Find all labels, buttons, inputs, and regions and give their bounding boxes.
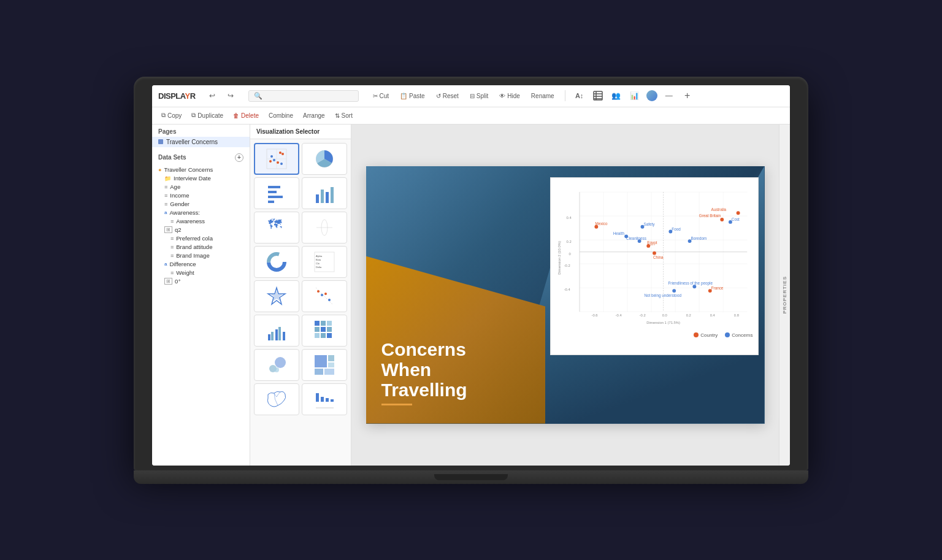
circle-icon-button[interactable] xyxy=(646,90,657,101)
svg-text:-0.4: -0.4 xyxy=(564,288,570,291)
viz-item-star[interactable] xyxy=(254,280,299,312)
dataset-awareness-label: a Awareness: xyxy=(156,209,246,217)
dataset-q2[interactable]: ⊞ q2 xyxy=(156,226,246,234)
sort-button[interactable]: ⇅ Sort xyxy=(332,111,356,120)
svg-point-14 xyxy=(269,160,272,163)
svg-text:0: 0 xyxy=(569,251,571,255)
sort-icon: ⇅ xyxy=(335,112,340,119)
search-bar[interactable]: 🔍 xyxy=(248,90,359,102)
dataset-special[interactable]: ⊞ 0⁺ xyxy=(156,277,246,286)
svg-point-125 xyxy=(672,289,676,293)
duplicate-button[interactable]: ⧉ Duplicate xyxy=(188,110,226,120)
page-traveller-concerns[interactable]: Traveller Concerns xyxy=(152,137,250,147)
grid-icon: ⊞ xyxy=(164,226,172,233)
undo-button[interactable]: ↩ xyxy=(205,89,219,102)
svg-text:Chi: Chi xyxy=(316,262,320,265)
laptop-base xyxy=(134,470,808,484)
dataset-awareness[interactable]: ≡ Awareness xyxy=(156,217,246,226)
viz-item-scatter[interactable] xyxy=(254,143,299,175)
dataset-brand-attitude[interactable]: ≡ Brand attitude xyxy=(156,243,246,251)
svg-text:Not being understood: Not being understood xyxy=(644,293,681,297)
reset-button[interactable]: ↺ Reset xyxy=(433,91,462,101)
viz-item-text-table[interactable]: Alpha Beta Chi Delta xyxy=(302,246,347,278)
redo-button[interactable]: ↪ xyxy=(224,89,237,102)
field-icon: ≡ xyxy=(170,236,174,242)
svg-rect-20 xyxy=(316,194,319,203)
svg-rect-45 xyxy=(275,329,278,340)
svg-rect-67 xyxy=(326,398,329,402)
combine-button[interactable]: Combine xyxy=(266,111,296,120)
slide-text-area: Concerns When Travelling xyxy=(381,339,467,405)
svg-text:Australia: Australia xyxy=(711,207,726,212)
svg-point-10 xyxy=(281,153,284,155)
paste-icon: 📋 xyxy=(400,93,407,99)
viz-item-pie[interactable] xyxy=(302,143,347,175)
viz-item-choropleth[interactable] xyxy=(254,383,299,415)
field-icon: ≡ xyxy=(170,253,174,259)
field-icon: ≡ xyxy=(170,270,174,276)
field-icon: ≡ xyxy=(164,201,167,207)
svg-text:0.0: 0.0 xyxy=(662,313,667,317)
svg-text:Cleanliness: Cleanliness xyxy=(626,236,646,240)
viz-item-bar-v[interactable] xyxy=(302,177,347,209)
viz-item-bar-grouped[interactable] xyxy=(254,315,299,347)
viz-item-map-world[interactable] xyxy=(302,212,347,244)
dataset-income[interactable]: ≡ Income xyxy=(156,191,246,200)
reset-icon: ↺ xyxy=(436,93,441,99)
viz-item-bubble[interactable] xyxy=(254,349,299,381)
svg-rect-68 xyxy=(331,399,334,402)
a-label: a xyxy=(164,210,167,215)
properties-sidebar[interactable]: PROPERTIES xyxy=(779,125,790,466)
scissors-icon: ✂ xyxy=(373,93,378,99)
svg-rect-50 xyxy=(327,321,332,326)
dataset-preferred-cola[interactable]: ≡ Preferred cola xyxy=(156,234,246,243)
rename-button[interactable]: Rename xyxy=(528,91,557,101)
svg-rect-18 xyxy=(268,196,283,198)
slide-title-line3: Travelling xyxy=(381,380,467,400)
laptop-screen: DISPLAYR ↩ ↪ 🔍 ✂ Cut 📋 Paste xyxy=(152,85,790,466)
cut-button[interactable]: ✂ Cut xyxy=(370,91,392,101)
field-icon: ≡ xyxy=(164,184,167,190)
dataset-interview-date[interactable]: 📁 Interview Date xyxy=(156,174,246,183)
svg-point-8 xyxy=(270,155,273,158)
data-tree: ● Traveller Concerns 📁 Interview Date ≡ … xyxy=(152,164,250,466)
viz-item-treemap[interactable] xyxy=(302,349,347,381)
copy-button[interactable]: ⧉ Copy xyxy=(158,110,185,120)
dataset-age[interactable]: ≡ Age xyxy=(156,183,246,191)
chart-icon-button[interactable]: 📊 xyxy=(628,89,641,102)
properties-label: PROPERTIES xyxy=(782,276,787,314)
svg-text:Egypt: Egypt xyxy=(647,240,657,245)
svg-text:Safety: Safety xyxy=(643,221,655,226)
svg-text:Boredom: Boredom xyxy=(691,236,706,240)
search-icon: 🔍 xyxy=(254,92,262,100)
text-size-icon-button[interactable]: A↕ xyxy=(573,89,586,102)
dataset-root[interactable]: ● Traveller Concerns xyxy=(156,166,246,174)
viz-item-waterfall[interactable] xyxy=(302,383,347,415)
dataset-gender[interactable]: ≡ Gender xyxy=(156,200,246,209)
viz-item-grid-colors[interactable] xyxy=(302,315,347,347)
svg-point-101 xyxy=(720,218,724,221)
page-icon xyxy=(158,139,163,144)
arrange-button[interactable]: Arrange xyxy=(300,111,328,120)
table-icon-button[interactable] xyxy=(591,89,605,102)
dataset-weight[interactable]: ≡ Weight xyxy=(156,269,246,277)
svg-text:Alpha: Alpha xyxy=(316,255,323,258)
hide-button[interactable]: 👁 Hide xyxy=(496,91,523,101)
paste-button[interactable]: 📋 Paste xyxy=(397,91,428,101)
viz-item-map-us[interactable]: 🗺 xyxy=(254,212,299,244)
viz-item-scatter2[interactable] xyxy=(302,280,347,312)
viz-item-bar-h[interactable] xyxy=(254,177,299,209)
minus-icon-button[interactable]: — xyxy=(662,89,676,102)
field-icon: ≡ xyxy=(170,218,174,224)
presentation-slide[interactable]: Concerns When Travelling xyxy=(366,166,765,424)
dataset-brand-image[interactable]: ≡ Brand Image xyxy=(156,251,246,260)
people-icon-button[interactable]: 👥 xyxy=(610,89,623,102)
add-dataset-button[interactable]: + xyxy=(235,153,243,162)
split-button[interactable]: ⊟ Split xyxy=(467,91,491,101)
viz-item-pie2[interactable] xyxy=(254,246,299,278)
svg-rect-23 xyxy=(331,187,334,203)
svg-text:Dimension 2 (10.0%): Dimension 2 (10.0%) xyxy=(557,241,561,275)
left-sidebar: Pages Traveller Concerns Data Sets + xyxy=(152,125,250,466)
delete-button[interactable]: 🗑 Delete xyxy=(230,111,262,120)
plus-icon-button[interactable]: + xyxy=(681,89,694,102)
